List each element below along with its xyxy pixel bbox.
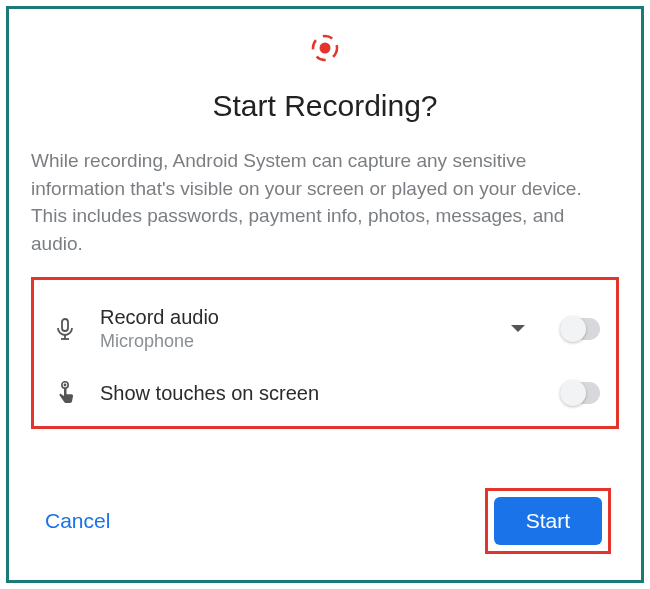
toggle-record-audio[interactable] (560, 318, 600, 340)
mic-icon (50, 317, 80, 341)
option-record-audio-subtitle: Microphone (100, 331, 490, 352)
touch-icon (50, 380, 80, 406)
option-show-touches[interactable]: Show touches on screen (44, 366, 606, 420)
option-record-audio-title: Record audio (100, 306, 490, 329)
start-button[interactable]: Start (494, 497, 602, 545)
dialog-icon-row (31, 33, 619, 67)
option-record-audio-text: Record audio Microphone (100, 306, 490, 352)
svg-point-6 (64, 384, 67, 387)
dialog-title: Start Recording? (31, 89, 619, 123)
toggle-show-touches[interactable] (560, 382, 600, 404)
dialog-description: While recording, Android System can capt… (31, 147, 619, 257)
cancel-button[interactable]: Cancel (39, 499, 116, 543)
option-record-audio[interactable]: Record audio Microphone (44, 292, 606, 366)
dialog-actions: Cancel Start (31, 488, 619, 554)
start-button-highlight: Start (485, 488, 611, 554)
options-highlight-box: Record audio Microphone Show touches on … (31, 277, 619, 429)
svg-point-1 (320, 43, 331, 54)
option-show-touches-title: Show touches on screen (100, 382, 540, 405)
chevron-down-icon[interactable] (510, 321, 526, 337)
dialog-frame: Start Recording? While recording, Androi… (6, 6, 644, 583)
option-show-touches-text: Show touches on screen (100, 382, 540, 405)
record-icon (310, 33, 340, 67)
svg-rect-2 (62, 319, 68, 331)
